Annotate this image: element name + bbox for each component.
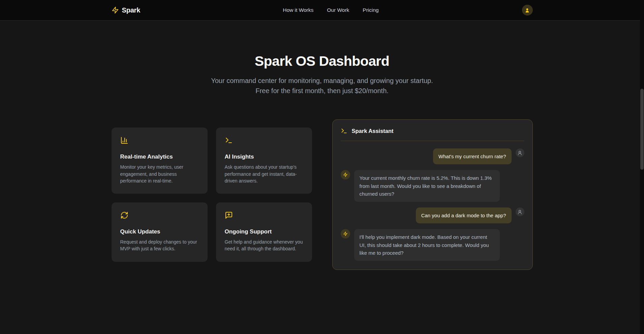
user-avatar [516, 148, 524, 157]
assistant-message-bubble: I'll help you implement dark mode. Based… [354, 229, 500, 261]
feature-title: Real-time Analytics [120, 154, 199, 160]
page-scrollbar[interactable] [640, 0, 644, 334]
brand-name: Spark [122, 6, 141, 14]
feature-title: Ongoing Support [225, 228, 303, 235]
feature-description: Monitor your key metrics, user engagemen… [120, 164, 199, 184]
person-icon [517, 150, 522, 156]
nav-link-how-it-works[interactable]: How it Works [283, 7, 313, 13]
main-content: Real-time Analytics Monitor your key met… [112, 119, 533, 270]
chat-messages: What's my current churn rate? Your curre… [333, 141, 532, 270]
assistant-avatar [341, 229, 350, 239]
refresh-icon [120, 211, 128, 219]
feature-card-ai-insights[interactable]: AI Insights Ask questions about your sta… [216, 128, 312, 194]
feature-title: Quick Updates [120, 228, 199, 235]
user-message-bubble: Can you add a dark mode to the app? [416, 207, 512, 223]
top-nav: Spark How it Works Our Work Pricing [0, 0, 644, 21]
person-icon [524, 7, 530, 13]
nav-link-our-work[interactable]: Our Work [327, 7, 349, 13]
assistant-message-bubble: Your current monthly churn rate is 5.2%.… [354, 170, 500, 202]
feature-description: Get help and guidance whenever you need … [225, 239, 303, 252]
user-message-bubble: What's my current churn rate? [433, 148, 511, 164]
zap-icon [343, 172, 348, 177]
chat-message-assistant: I'll help you implement dark mode. Based… [341, 229, 524, 261]
hero-section: Spark OS Dashboard Your command center f… [0, 21, 644, 96]
message-square-plus-icon [225, 211, 233, 219]
person-icon [517, 210, 522, 215]
nav-links: How it Works Our Work Pricing [283, 7, 378, 13]
user-avatar-button[interactable] [522, 5, 533, 16]
feature-description: Request and deploy changes to your MVP w… [120, 239, 199, 252]
brand[interactable]: Spark [112, 6, 141, 14]
terminal-icon [341, 128, 347, 134]
bar-chart-icon [120, 136, 128, 144]
assistant-avatar [341, 170, 350, 179]
nav-container: Spark How it Works Our Work Pricing [112, 5, 533, 16]
feature-card-realtime-analytics[interactable]: Real-time Analytics Monitor your key met… [112, 128, 208, 194]
nav-link-pricing[interactable]: Pricing [363, 7, 378, 13]
feature-card-ongoing-support[interactable]: Ongoing Support Get help and guidance wh… [216, 202, 312, 262]
assistant-panel-title: Spark Assistant [352, 128, 394, 134]
assistant-panel-header: Spark Assistant [333, 120, 532, 141]
page-title: Spark OS Dashboard [0, 53, 644, 69]
scrollbar-thumb[interactable] [640, 89, 644, 170]
features-grid: Real-time Analytics Monitor your key met… [112, 128, 312, 261]
feature-card-quick-updates[interactable]: Quick Updates Request and deploy changes… [112, 202, 208, 262]
zap-icon [112, 6, 119, 14]
spark-assistant-panel: Spark Assistant What's my current churn … [332, 119, 533, 270]
feature-description: Ask questions about your startup's perfo… [225, 164, 303, 184]
chat-message-assistant: Your current monthly churn rate is 5.2%.… [341, 170, 524, 202]
chat-message-user: Can you add a dark mode to the app? [341, 207, 524, 223]
terminal-icon [225, 136, 233, 144]
chat-message-user: What's my current churn rate? [341, 148, 524, 164]
feature-title: AI Insights [225, 154, 303, 160]
zap-icon [343, 231, 348, 236]
user-avatar [516, 207, 524, 216]
page-subtitle: Your command center for monitoring, mana… [205, 76, 439, 96]
